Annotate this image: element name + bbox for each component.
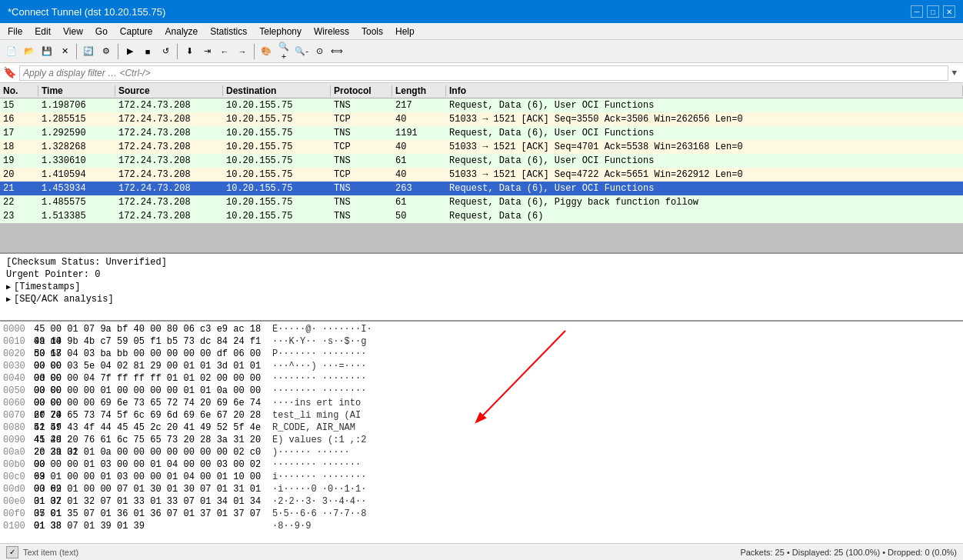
toolbar-sep-2 bbox=[118, 44, 118, 59]
resize-columns-button[interactable]: ⟺ bbox=[328, 43, 345, 60]
packet-list[interactable]: 151.198706172.24.73.20810.20.155.75TNS21… bbox=[0, 98, 963, 252]
packet-row[interactable]: 211.453934172.24.73.20810.20.155.75TNS26… bbox=[0, 182, 963, 195]
goto-packet-button[interactable]: ⇥ bbox=[198, 43, 215, 60]
hex-bytes: 01 38 07 01 39 01 39 bbox=[31, 520, 269, 532]
menu-tools[interactable]: Tools bbox=[355, 23, 389, 39]
packet-row[interactable]: 231.513385172.24.73.20810.20.155.75TNS50… bbox=[0, 209, 963, 223]
packet-row[interactable]: 171.292590172.24.73.20810.20.155.75TNS11… bbox=[0, 126, 963, 140]
packet-row[interactable]: 201.410594172.24.73.20810.20.155.75TCP40… bbox=[0, 168, 963, 182]
colorize-button[interactable]: 🎨 bbox=[258, 43, 275, 60]
packet-cell: 10.20.155.75 bbox=[223, 169, 331, 180]
open-button[interactable]: 📂 bbox=[21, 43, 38, 60]
menu-analyze[interactable]: Analyze bbox=[159, 23, 205, 39]
reload-button[interactable]: 🔄 bbox=[80, 43, 97, 60]
packet-cell: TCP bbox=[331, 169, 392, 180]
next-packet-button[interactable]: → bbox=[234, 43, 251, 60]
packet-cell: 18 bbox=[0, 142, 38, 152]
packet-row[interactable]: 181.328268172.24.73.20810.20.155.75TCP40… bbox=[0, 140, 963, 154]
filterbar: 🔖 ▼ bbox=[0, 63, 963, 83]
packet-cell: TNS bbox=[331, 155, 392, 166]
packet-row[interactable]: 221.485575172.24.73.20810.20.155.75TNS61… bbox=[0, 195, 963, 209]
menu-telephony[interactable]: Telephony bbox=[253, 23, 308, 39]
start-capture-button[interactable]: ▶ bbox=[122, 43, 138, 60]
packet-cell: 172.24.73.208 bbox=[115, 211, 223, 222]
packet-row[interactable]: 151.198706172.24.73.20810.20.155.75TNS21… bbox=[0, 98, 963, 112]
prev-packet-button[interactable]: ← bbox=[216, 43, 233, 60]
maximize-button[interactable]: □ bbox=[927, 5, 939, 18]
packet-cell: 10.20.155.75 bbox=[223, 114, 331, 125]
hex-bytes: 03 69 01 00 00 07 01 30 01 30 07 01 31 0… bbox=[31, 483, 269, 495]
details-pane: [Checksum Status: Unverified] Urgent Poi… bbox=[0, 252, 963, 322]
hex-offset: 0000 bbox=[0, 323, 31, 335]
hex-offset: 0100 bbox=[0, 520, 31, 532]
save-button[interactable]: 💾 bbox=[38, 43, 55, 60]
menu-file[interactable]: File bbox=[2, 23, 28, 39]
restart-capture-button[interactable]: ↺ bbox=[157, 43, 174, 60]
close-button[interactable]: ✕ bbox=[943, 5, 955, 18]
zoom-out-button[interactable]: 🔍- bbox=[293, 43, 310, 60]
status-stats: Packets: 25 • Displayed: 25 (100.0%) • D… bbox=[740, 548, 957, 557]
hex-bytes: 00 00 00 00 69 6e 73 65 72 74 20 69 6e 7… bbox=[31, 397, 269, 409]
packet-cell: 51033 → 1521 [ACK] Seq=4701 Ack=5538 Win… bbox=[446, 142, 963, 152]
packet-cell: TNS bbox=[331, 211, 392, 222]
menu-view[interactable]: View bbox=[57, 23, 89, 39]
packet-cell: Request, Data (6), User OCI Functions bbox=[446, 100, 963, 111]
packet-list-header: No. Time Source Destination Protocol Len… bbox=[0, 83, 963, 98]
packet-cell: 172.24.73.208 bbox=[115, 100, 223, 111]
detail-timestamps[interactable]: ▶[Timestamps] bbox=[0, 280, 963, 292]
packet-cell: 51033 → 1521 [ACK] Seq=3550 Ack=3506 Win… bbox=[446, 114, 963, 125]
filter-input[interactable] bbox=[19, 65, 948, 81]
packet-cell: 23 bbox=[0, 211, 38, 222]
packet-cell: 17 bbox=[0, 128, 38, 138]
hex-ascii: E·····@· ·······I· bbox=[269, 323, 375, 335]
hex-row: 002050 18 04 03 ba bb 00 00 00 00 00 df … bbox=[0, 348, 963, 360]
hex-bytes: 69 01 00 00 01 03 00 00 01 04 00 01 10 0… bbox=[31, 471, 269, 483]
filter-dropdown-icon[interactable]: ▼ bbox=[948, 68, 960, 78]
hex-bytes: 45 00 01 07 9a bf 40 00 80 06 c3 e9 ac 1… bbox=[31, 323, 269, 335]
hex-offset: 0050 bbox=[0, 385, 31, 397]
packet-cell: 61 bbox=[392, 155, 446, 166]
scroll-end-button[interactable]: ⬇ bbox=[181, 43, 198, 60]
header-protocol: Protocol bbox=[331, 85, 392, 96]
packet-cell: TNS bbox=[331, 100, 392, 111]
packet-cell: 1.328268 bbox=[38, 142, 115, 152]
hex-bytes: 00 00 00 01 03 00 00 01 04 00 00 03 00 0… bbox=[31, 458, 269, 471]
header-info: Info bbox=[446, 85, 963, 96]
packet-cell: TCP bbox=[331, 114, 392, 125]
menubar: File Edit View Go Capture Analyze Statis… bbox=[0, 23, 963, 40]
packet-cell: Request, Data (6), Piggy back function f… bbox=[446, 197, 963, 208]
packet-row[interactable]: 161.285515172.24.73.20810.20.155.75TCP40… bbox=[0, 112, 963, 126]
menu-statistics[interactable]: Statistics bbox=[204, 23, 253, 39]
packet-cell: TNS bbox=[331, 197, 392, 208]
header-no: No. bbox=[0, 85, 38, 96]
hex-ascii: P······· ········ bbox=[269, 348, 369, 360]
menu-capture[interactable]: Capture bbox=[114, 23, 159, 39]
toolbar-sep-4 bbox=[254, 44, 255, 59]
menu-go[interactable]: Go bbox=[89, 23, 114, 39]
menu-edit[interactable]: Edit bbox=[28, 23, 57, 39]
toolbar-sep-1 bbox=[76, 44, 77, 59]
menu-help[interactable]: Help bbox=[389, 23, 421, 39]
packet-cell: 172.24.73.208 bbox=[115, 169, 223, 180]
packet-row[interactable]: 191.330610172.24.73.20810.20.155.75TNS61… bbox=[0, 154, 963, 168]
stop-capture-button[interactable]: ■ bbox=[139, 43, 156, 60]
packet-cell: 61 bbox=[392, 197, 446, 208]
hex-bytes: 50 18 04 03 ba bb 00 00 00 00 00 df 06 0… bbox=[31, 348, 269, 360]
packet-cell: 1.292590 bbox=[38, 128, 115, 138]
detail-seq-ack[interactable]: ▶[SEQ/ACK analysis] bbox=[0, 292, 963, 305]
hex-offset: 0080 bbox=[0, 422, 31, 434]
packet-cell: 1.513385 bbox=[38, 211, 115, 222]
capture-options-button[interactable]: ⚙ bbox=[98, 43, 115, 60]
close-file-button[interactable]: ✕ bbox=[56, 43, 73, 60]
new-button[interactable]: 📄 bbox=[3, 43, 20, 60]
hex-ascii: ········ ········ bbox=[269, 385, 369, 397]
zoom-in-button[interactable]: 🔍+ bbox=[275, 43, 292, 60]
minimize-button[interactable]: ─ bbox=[911, 5, 923, 18]
hex-row: 00b000 00 00 01 03 00 00 01 04 00 00 03 … bbox=[0, 458, 963, 471]
menu-wireless[interactable]: Wireless bbox=[308, 23, 355, 39]
zoom-normal-button[interactable]: ⊙ bbox=[311, 43, 328, 60]
packet-cell: 10.20.155.75 bbox=[223, 197, 331, 208]
hex-row: 000045 00 01 07 9a bf 40 00 80 06 c3 e9 … bbox=[0, 323, 963, 335]
header-source: Source bbox=[115, 85, 223, 96]
packet-cell: TCP bbox=[331, 142, 392, 152]
